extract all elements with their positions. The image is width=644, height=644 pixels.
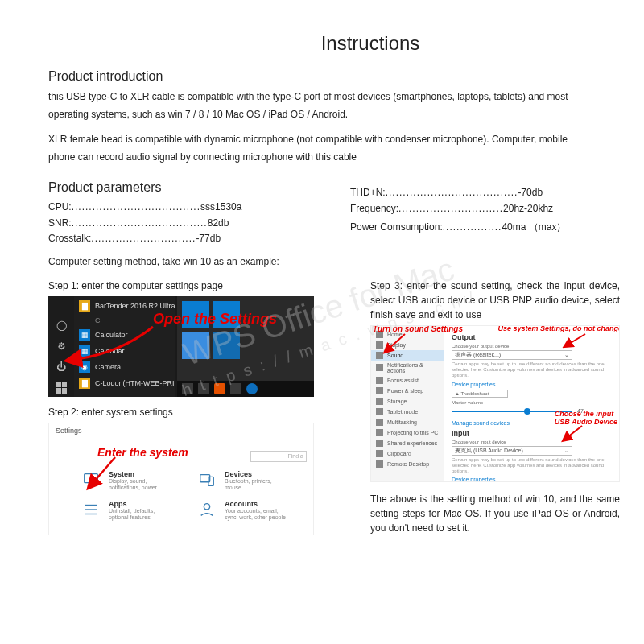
start-tiles xyxy=(177,296,314,381)
projecting-icon xyxy=(376,429,383,436)
arrow-icon xyxy=(566,332,590,349)
param-cpu: CPU: ...................................… xyxy=(48,200,294,215)
svg-rect-6 xyxy=(208,477,213,485)
arrow-icon xyxy=(72,320,161,371)
user-icon: ◯ xyxy=(56,320,67,331)
output-device-select: 扬声器 (Realtek...)⌄ xyxy=(452,350,572,360)
power-icon: ⏻ xyxy=(56,361,66,373)
accounts-icon xyxy=(197,500,217,519)
param-power: Power Comsumption: ................. 40m… xyxy=(350,220,596,235)
screenshot-settings-home: Settings Find a Enter the system SystemD… xyxy=(48,423,314,535)
folder-icon: ▇ xyxy=(79,378,90,389)
app-icon xyxy=(214,383,225,394)
chevron-down-icon: ⌄ xyxy=(564,352,569,358)
edge-icon xyxy=(246,383,258,394)
step-2-label: Step 2: enter system settings xyxy=(48,405,314,419)
arrow-icon xyxy=(91,456,123,490)
param-thd: THD+N: .................................… xyxy=(350,185,596,200)
apps-icon xyxy=(81,500,101,519)
step-3-label: Step 3: enter the sound setting, check t… xyxy=(370,279,620,322)
folder-icon: ▇ xyxy=(79,300,90,312)
start-sidebar: ◯ ⚙ ⏻ xyxy=(48,296,74,397)
param-frequency: Frequency: .............................… xyxy=(350,201,596,217)
param-snr: SNR: ...................................… xyxy=(48,216,294,231)
parameters-columns: Product parameters CPU: ................… xyxy=(48,174,596,246)
arrow-icon xyxy=(564,424,585,443)
input-device-select: 麦克风 (USB Audio Device)⌄ xyxy=(452,446,572,456)
param-crosstalk: Crosstalk: .............................… xyxy=(48,231,294,246)
intro-paragraph-1: this USB type-C to XLR cable is compatib… xyxy=(48,89,596,123)
power-icon xyxy=(376,387,383,394)
search-icon xyxy=(182,383,193,394)
page-title: Instructions xyxy=(145,32,596,55)
screenshot-sound-settings: Home Display Sound Notifications & actio… xyxy=(370,325,620,482)
step-1-label: Step 1: enter the computer settings page xyxy=(48,279,314,293)
windows-icon xyxy=(56,382,67,394)
shared-icon xyxy=(376,440,383,447)
steps-intro: Computer setting method, take win 10 as … xyxy=(48,254,596,269)
steps-footer: The above is the setting method of win 1… xyxy=(370,492,620,535)
device-properties-link-2: Device properties xyxy=(452,477,611,482)
remote-icon xyxy=(376,460,383,468)
intro-heading: Product introduction xyxy=(48,69,596,84)
explorer-icon xyxy=(230,383,242,394)
screenshot-start-menu: ◯ ⚙ ⏻ ▇BarTender 2016 R2 UltraLite C ▦Ca… xyxy=(48,296,314,397)
clipboard-icon xyxy=(376,450,383,457)
search-input: Find a xyxy=(250,451,307,462)
sound-main-panel: Output Choose your output device 扬声器 (Re… xyxy=(444,326,619,481)
arrow-icon xyxy=(386,332,410,354)
chevron-down-icon: ⌄ xyxy=(564,448,569,454)
gear-icon: ⚙ xyxy=(57,341,66,352)
taskbar xyxy=(177,381,314,397)
intro-paragraph-2: XLR female head is compatible with dynam… xyxy=(48,131,596,166)
settings-title: Settings xyxy=(49,423,313,438)
devices-icon xyxy=(197,470,217,489)
device-properties-link: Device properties xyxy=(452,382,611,387)
troubleshoot-button: ▲ Troubleshoot xyxy=(452,390,508,398)
task-view-icon xyxy=(198,383,209,394)
annotation-open-settings: Open the Settings xyxy=(153,311,277,328)
steps-columns: Step 1: enter the computer settings page… xyxy=(48,272,596,539)
multitask-icon xyxy=(376,419,383,426)
focus-icon xyxy=(376,377,383,384)
tablet-icon xyxy=(376,408,383,415)
sound-icon xyxy=(376,352,383,359)
svg-point-10 xyxy=(204,503,209,509)
params-heading: Product parameters xyxy=(48,180,294,195)
settings-item-devices: DevicesBluetooth, printers, mouse xyxy=(197,470,289,492)
storage-icon xyxy=(376,398,383,405)
annotation-use-system: Use system Settings, do not change xyxy=(493,325,620,332)
settings-item-apps: AppsUninstall, defaults, optional featur… xyxy=(81,500,173,522)
notifications-icon xyxy=(376,364,383,371)
settings-item-accounts: AccountsYour accounts, email, sync, work… xyxy=(197,500,289,522)
display-icon xyxy=(376,341,383,349)
input-heading: Input xyxy=(452,429,611,437)
